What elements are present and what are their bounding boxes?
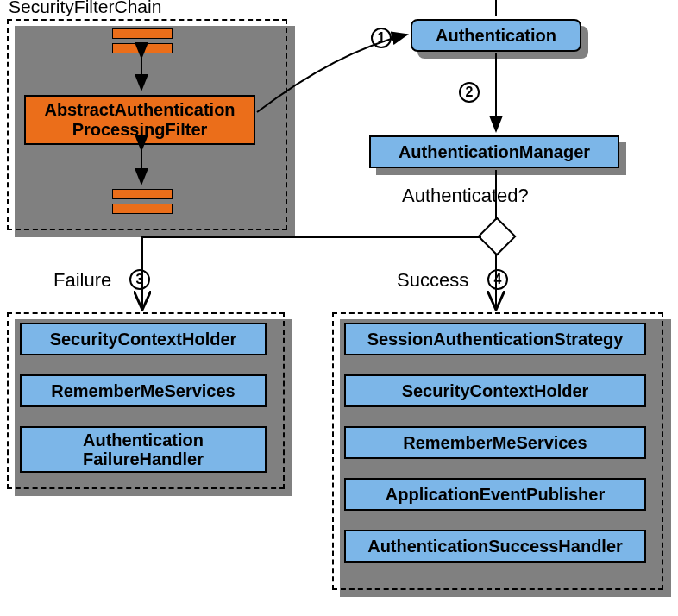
step-badge-3: 3 [129,269,150,290]
success-item-5: AuthenticationSuccessHandler [344,530,646,563]
failure-item-2: RememberMeServices [20,374,267,407]
filter-stripe-icon [112,43,173,53]
success-item-3: RememberMeServices [344,426,646,459]
filter-stripe-icon [112,28,173,39]
failure-item-1: SecurityContextHolder [20,323,267,355]
authenticated-question-label: Authenticated? [402,185,529,207]
filter-chain-title: SecurityFilterChain [9,0,161,17]
step-badge-1: 1 [371,28,392,48]
step-badge-4: 4 [487,269,508,290]
success-title: Success [397,269,468,292]
filter-stripe-icon [112,204,173,214]
success-item-4: ApplicationEventPublisher [344,478,646,511]
auth-manager-node: AuthenticationManager [369,135,619,168]
success-item-1: SessionAuthenticationStrategy [344,323,646,355]
success-item-2: SecurityContextHolder [344,374,646,407]
failure-title: Failure [53,269,111,292]
main-filter-box: AbstractAuthentication ProcessingFilter [24,95,255,145]
decision-diamond-icon [477,217,516,255]
failure-item-3: Authentication FailureHandler [20,426,267,473]
authentication-node: Authentication [411,19,581,52]
step-badge-2: 2 [459,82,480,103]
filter-stripe-icon [112,189,173,199]
